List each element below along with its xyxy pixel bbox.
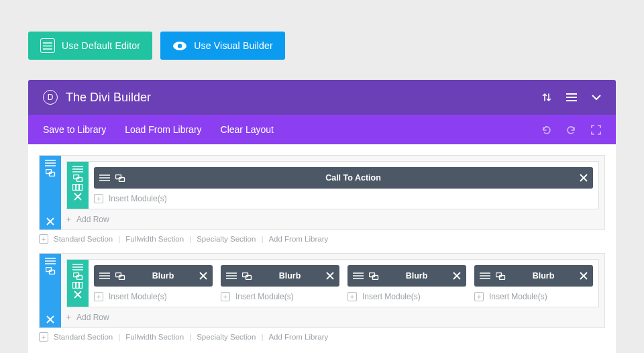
clear-layout-button[interactable]: Clear Layout bbox=[221, 124, 274, 135]
svg-rect-18 bbox=[116, 272, 121, 276]
chevron-down-icon[interactable] bbox=[592, 95, 601, 101]
svg-rect-7 bbox=[76, 185, 79, 191]
plus-icon[interactable]: + bbox=[39, 332, 48, 342]
add-section-link[interactable]: Standard Section bbox=[54, 235, 113, 243]
add-row-button[interactable]: + Add Row bbox=[66, 313, 599, 322]
add-row-label: Add Row bbox=[76, 313, 109, 322]
builder-title: The Divi Builder bbox=[66, 91, 542, 105]
columns-icon[interactable] bbox=[72, 282, 83, 289]
close-icon[interactable] bbox=[194, 272, 207, 280]
insert-module-button[interactable]: + Insert Module(s) bbox=[94, 292, 213, 301]
hamburger-icon[interactable] bbox=[99, 272, 110, 279]
svg-rect-8 bbox=[80, 185, 83, 191]
section-tools bbox=[40, 254, 61, 327]
svg-rect-4 bbox=[73, 175, 78, 179]
add-row-button[interactable]: + Add Row bbox=[66, 215, 599, 224]
close-icon[interactable] bbox=[574, 272, 588, 280]
insert-module-button[interactable]: + Insert Module(s) bbox=[474, 292, 593, 301]
close-icon[interactable] bbox=[447, 272, 461, 280]
copy-icon[interactable] bbox=[369, 272, 379, 280]
module[interactable]: Blurb bbox=[474, 265, 593, 287]
copy-icon[interactable] bbox=[73, 272, 83, 280]
svg-rect-3 bbox=[49, 172, 54, 176]
builder-toolbar: Save to Library Load From Library Clear … bbox=[28, 115, 616, 144]
module[interactable]: Blurb bbox=[347, 265, 466, 287]
close-icon[interactable] bbox=[46, 315, 54, 323]
row-tools bbox=[67, 162, 89, 209]
row-body: Blurb + Insert Module(s) Blurb + Insert … bbox=[89, 260, 598, 307]
hamburger-icon[interactable] bbox=[353, 272, 364, 279]
editor-icon bbox=[40, 38, 55, 53]
copy-icon[interactable] bbox=[496, 272, 506, 280]
plus-icon: + bbox=[347, 292, 357, 301]
hamburger-icon[interactable] bbox=[72, 264, 83, 270]
close-icon[interactable] bbox=[321, 272, 334, 280]
svg-rect-17 bbox=[80, 283, 83, 289]
column: Call To Action + Insert Module(s) bbox=[94, 167, 593, 203]
svg-rect-24 bbox=[496, 272, 502, 276]
insert-module-button[interactable]: + Insert Module(s) bbox=[94, 194, 593, 203]
module-label: Blurb bbox=[259, 271, 321, 281]
module[interactable]: Blurb bbox=[94, 265, 213, 287]
section-body: Call To Action + Insert Module(s) + Add … bbox=[61, 156, 604, 230]
add-section-link[interactable]: Add From Library bbox=[268, 333, 328, 341]
use-default-editor-button[interactable]: Use Default Editor bbox=[28, 32, 152, 60]
copy-icon[interactable] bbox=[115, 174, 125, 182]
add-section-link[interactable]: Specialty Section bbox=[197, 333, 256, 341]
svg-rect-20 bbox=[243, 272, 248, 276]
copy-icon[interactable] bbox=[46, 267, 56, 274]
add-section-link[interactable]: Fullwidth Section bbox=[125, 333, 184, 341]
plus-icon: + bbox=[94, 292, 103, 301]
load-from-library-button[interactable]: Load From Library bbox=[125, 124, 201, 135]
section-body: Blurb + Insert Module(s) Blurb + Insert … bbox=[61, 254, 604, 327]
copy-icon[interactable] bbox=[46, 169, 56, 176]
close-icon[interactable] bbox=[74, 291, 82, 299]
svg-rect-2 bbox=[46, 170, 51, 174]
close-icon[interactable] bbox=[46, 217, 54, 225]
add-section-link[interactable]: Specialty Section bbox=[197, 235, 256, 243]
column: Blurb + Insert Module(s) bbox=[221, 265, 339, 301]
save-to-library-button[interactable]: Save to Library bbox=[43, 124, 106, 135]
hamburger-icon[interactable] bbox=[45, 258, 56, 264]
row-tools bbox=[67, 260, 89, 307]
hamburger-icon[interactable] bbox=[566, 93, 577, 101]
hamburger-icon[interactable] bbox=[226, 272, 237, 279]
module[interactable]: Blurb bbox=[221, 265, 339, 287]
close-icon[interactable] bbox=[574, 174, 588, 182]
sort-icon[interactable] bbox=[542, 93, 551, 102]
svg-rect-19 bbox=[119, 275, 125, 279]
module[interactable]: Call To Action bbox=[94, 167, 593, 189]
plus-icon[interactable]: + bbox=[39, 234, 48, 244]
add-section-link[interactable]: Fullwidth Section bbox=[125, 235, 184, 243]
hamburger-icon[interactable] bbox=[45, 160, 56, 166]
builder-header: D The Divi Builder bbox=[28, 80, 616, 115]
header-tools bbox=[542, 93, 601, 102]
add-section-link[interactable]: Standard Section bbox=[54, 333, 113, 341]
insert-module-button[interactable]: + Insert Module(s) bbox=[221, 292, 339, 301]
svg-rect-22 bbox=[370, 272, 375, 276]
hamburger-icon[interactable] bbox=[99, 174, 110, 181]
undo-icon[interactable] bbox=[541, 125, 551, 135]
svg-rect-14 bbox=[76, 276, 82, 280]
svg-rect-11 bbox=[46, 268, 51, 272]
copy-icon[interactable] bbox=[73, 174, 83, 182]
plus-icon: + bbox=[66, 313, 71, 322]
section: Call To Action + Insert Module(s) + Add … bbox=[39, 155, 605, 230]
close-icon[interactable] bbox=[74, 193, 82, 201]
copy-icon[interactable] bbox=[115, 272, 125, 280]
hamburger-icon[interactable] bbox=[480, 272, 490, 279]
hamburger-icon[interactable] bbox=[72, 166, 83, 172]
expand-icon[interactable] bbox=[591, 125, 601, 135]
module-label: Blurb bbox=[513, 271, 574, 281]
add-section-links: + Standard Section|Fullwidth Section|Spe… bbox=[39, 234, 605, 244]
copy-icon[interactable] bbox=[242, 272, 252, 280]
insert-module-button[interactable]: + Insert Module(s) bbox=[347, 292, 466, 301]
add-section-link[interactable]: Add From Library bbox=[268, 235, 328, 243]
toolbar-left: Save to Library Load From Library Clear … bbox=[43, 124, 541, 135]
columns-icon[interactable] bbox=[72, 184, 83, 191]
use-visual-builder-button[interactable]: Use Visual Builder bbox=[160, 32, 285, 60]
svg-rect-15 bbox=[73, 283, 76, 289]
redo-icon[interactable] bbox=[566, 125, 576, 135]
divi-logo: D bbox=[43, 90, 58, 105]
insert-module-label: Insert Module(s) bbox=[109, 194, 167, 203]
